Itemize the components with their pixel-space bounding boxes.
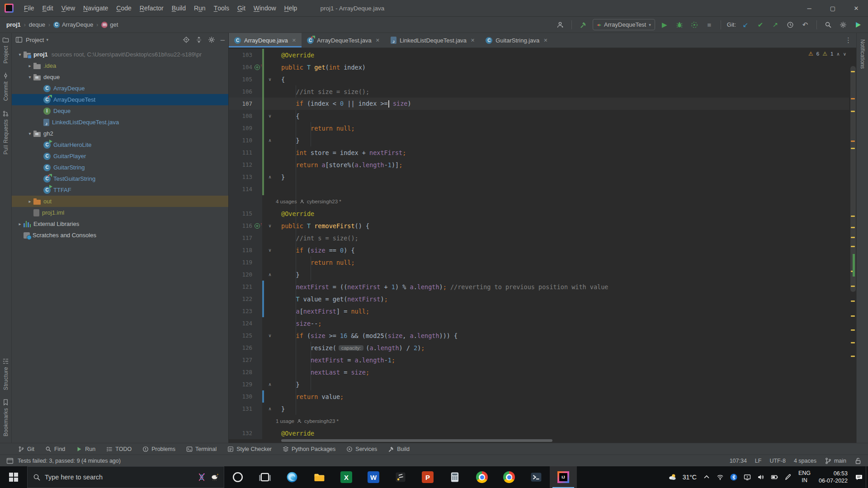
taskbar-app-edge[interactable]	[278, 466, 306, 488]
chevron-down-icon[interactable]: ▾	[26, 131, 33, 136]
breadcrumb-item-arraydeque[interactable]: CArrayDeque	[53, 21, 93, 28]
fold-icon[interactable]: ∨	[264, 113, 276, 118]
toolwindow-find[interactable]: Find	[41, 443, 70, 455]
menu-navigate[interactable]: Navigate	[79, 0, 112, 16]
chevron-right-icon[interactable]: ▸	[16, 221, 24, 226]
toolwindow-services[interactable]: Services	[342, 443, 382, 455]
code-line-129[interactable]: 129∧ }	[229, 378, 849, 390]
warning-stripe-mark[interactable]	[851, 216, 855, 217]
tree-item-guitarplayer[interactable]: CGuitarPlayer	[12, 150, 228, 162]
fold-icon[interactable]: ∧	[264, 382, 276, 387]
menu-help[interactable]: Help	[280, 0, 302, 16]
tab-guitarstring-java[interactable]: CGuitarString.java✕	[480, 33, 553, 47]
bluetooth-icon[interactable]	[727, 466, 741, 488]
fold-icon[interactable]: ∨	[264, 248, 276, 253]
sidebar-item-pull-requests[interactable]: Pull Requests	[2, 110, 9, 155]
fold-icon[interactable]: ∧	[264, 138, 276, 143]
line-number[interactable]: 131	[231, 405, 252, 412]
maximize-icon[interactable]: ▢	[821, 0, 844, 16]
tree-item-gh2[interactable]: ▾gh2	[12, 128, 228, 139]
unlock-icon[interactable]	[854, 457, 862, 465]
taskbar-app-cortana[interactable]	[224, 466, 251, 488]
coverage-icon[interactable]	[689, 19, 700, 30]
temperature[interactable]: 31°C	[679, 466, 700, 488]
warning-stripe-mark[interactable]	[851, 227, 855, 228]
hidden-icons-chevron[interactable]	[700, 466, 713, 488]
code-line-122[interactable]: 122 T value = get(nextFirst);	[229, 293, 849, 305]
taskbar-app-intellij-idea[interactable]	[550, 466, 577, 488]
panel-settings-icon[interactable]	[208, 36, 215, 43]
line-number[interactable]: 107	[231, 100, 252, 107]
sidebar-item-structure[interactable]: Structure	[2, 358, 9, 390]
overriding-method-icon[interactable]: o	[255, 223, 260, 229]
fold-icon[interactable]: ∨	[264, 333, 276, 338]
code-line-114[interactable]: 114	[229, 183, 849, 195]
code-line-118[interactable]: 118∨ if (size == 0) {	[229, 244, 849, 256]
line-number[interactable]: 106	[231, 88, 252, 95]
warning-stripe-mark[interactable]	[851, 300, 855, 302]
menu-code[interactable]: Code	[112, 0, 135, 16]
settings-gear-icon[interactable]	[838, 19, 849, 30]
tab-linkedlistdequetest-java[interactable]: JLinkedListDequeTest.java✕	[385, 33, 480, 47]
tree-item-out[interactable]: ▸out	[12, 196, 228, 207]
hide-panel-icon[interactable]: ─	[221, 37, 225, 43]
warning-stripe-mark[interactable]	[851, 111, 855, 112]
fold-icon[interactable]: ∧	[264, 174, 276, 179]
toolwindow-todo[interactable]: TODO	[102, 443, 136, 455]
line-separator[interactable]: LF	[755, 458, 762, 464]
tool-window-toggle-icon[interactable]	[6, 457, 14, 465]
code-line-104[interactable]: 104opublic T get(int index)	[229, 61, 849, 73]
tab-close-icon[interactable]: ✕	[543, 38, 547, 43]
code-line-117[interactable]: 117 //int s = size();	[229, 232, 849, 244]
code-line-110[interactable]: 110∧ }	[229, 134, 849, 146]
menu-run[interactable]: Run	[190, 0, 210, 16]
warning-stripe-mark[interactable]	[851, 356, 855, 357]
line-number[interactable]: 120	[231, 271, 252, 278]
code-line-132[interactable]: 132@Override	[229, 427, 849, 439]
warning-stripe-mark[interactable]	[851, 237, 855, 238]
tree-item-linkedlistdequetest-java[interactable]: JLinkedListDequeTest.java	[12, 117, 228, 128]
code-line-112[interactable]: 112 return a[store%(a.length-1)];	[229, 159, 849, 171]
warning-stripe-mark[interactable]	[851, 71, 855, 72]
code-line-124[interactable]: 124 size--;	[229, 317, 849, 329]
sidebar-item-project[interactable]: Project	[2, 37, 9, 63]
code-line-106[interactable]: 106 //int size = size();	[229, 85, 849, 98]
display-cast-icon[interactable]	[741, 466, 754, 488]
taskbar-app-word[interactable]: W	[360, 466, 387, 488]
fold-icon[interactable]: ∨	[264, 77, 276, 82]
tab-close-icon[interactable]: ✕	[376, 38, 380, 43]
line-number[interactable]: 119	[231, 259, 252, 266]
line-number[interactable]: 109	[231, 125, 252, 131]
tree-item-proj1-iml[interactable]: proj1.iml	[12, 207, 228, 218]
toolwindow-python-packages[interactable]: Python Packages	[278, 443, 340, 455]
line-number[interactable]: 125	[231, 332, 252, 339]
history-clock-icon[interactable]	[785, 19, 796, 30]
collapse-all-icon[interactable]	[195, 36, 203, 43]
git-push-icon[interactable]: ↗	[770, 19, 781, 30]
code-line-116[interactable]: 116o∨public T removeFirst() {	[229, 220, 849, 232]
volume-icon[interactable]	[754, 466, 768, 488]
breadcrumb-item-proj1[interactable]: proj1	[6, 21, 21, 28]
tree-item-guitarherolite[interactable]: CGuitarHeroLite	[12, 139, 228, 150]
prev-issue-icon[interactable]: ∧	[836, 52, 840, 56]
user-profile-icon[interactable]	[555, 19, 566, 30]
tree-item-external-libraries[interactable]: ▸External Libraries	[12, 218, 228, 230]
toolwindow-terminal[interactable]: Terminal	[182, 443, 221, 455]
overriding-method-icon[interactable]: o	[255, 65, 260, 70]
warning-stripe-mark[interactable]	[851, 141, 855, 142]
close-icon[interactable]: ✕	[844, 0, 868, 16]
chevron-down-icon[interactable]: ▾	[16, 52, 24, 57]
code-line-119[interactable]: 119 return null;	[229, 256, 849, 268]
code-line-128[interactable]: 128 nextLast = size;	[229, 366, 849, 378]
warning-stripe-mark[interactable]	[851, 286, 855, 287]
toolwindow-problems[interactable]: Problems	[138, 443, 180, 455]
code-line-107[interactable]: 107 if (index < 0 || index >= size)	[229, 98, 849, 110]
git-branch-widget[interactable]: main	[825, 457, 846, 465]
menu-view[interactable]: View	[57, 0, 79, 16]
tree-item-scratches-and-consoles[interactable]: Scratches and Consoles	[12, 230, 228, 241]
run-icon[interactable]: ▶	[659, 19, 670, 30]
inspections-widget[interactable]: ⚠6 ⚠1 ∧ ∨	[808, 51, 846, 57]
code-line-103[interactable]: 103@Override	[229, 49, 849, 61]
taskbar-app-file-explorer[interactable]	[306, 466, 333, 488]
debug-icon[interactable]	[674, 19, 685, 30]
